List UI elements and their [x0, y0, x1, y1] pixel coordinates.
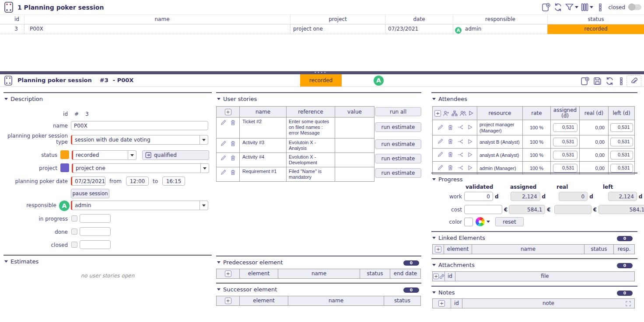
delete-icon[interactable]: [230, 120, 236, 125]
qualified-button[interactable]: qualified: [142, 150, 209, 160]
closed-checkbox[interactable]: [71, 242, 77, 248]
list-header-date[interactable]: date: [385, 14, 453, 24]
collapse-icon[interactable]: [4, 260, 8, 263]
list-header-status[interactable]: status: [547, 14, 644, 24]
run-estimate-button[interactable]: run estimate: [375, 122, 421, 132]
name-field[interactable]: P00X: [71, 121, 208, 130]
list-header-responsible[interactable]: responsible: [453, 14, 547, 24]
left-field[interactable]: 0,531: [610, 164, 633, 173]
collapse-icon[interactable]: [432, 264, 436, 266]
delete-icon[interactable]: [448, 125, 453, 130]
row-date[interactable]: 07/23/2021: [385, 24, 453, 34]
add-icon[interactable]: +: [225, 298, 231, 304]
panel-splitter[interactable]: ••••: [0, 71, 644, 74]
run-icon[interactable]: [468, 139, 472, 144]
delete-icon[interactable]: [230, 155, 236, 161]
expand-icon[interactable]: [626, 301, 631, 306]
collapse-icon[interactable]: [432, 291, 436, 294]
left-field[interactable]: 0,531: [610, 151, 633, 159]
row-project[interactable]: project one: [290, 24, 385, 34]
collapse-icon[interactable]: [432, 237, 436, 239]
detach-icon[interactable]: [458, 125, 463, 130]
left-field[interactable]: 0,531: [610, 138, 633, 146]
edit-icon[interactable]: [438, 138, 443, 144]
collapse-icon[interactable]: [432, 178, 436, 180]
kebab-menu-icon[interactable]: [620, 77, 623, 85]
edit-icon[interactable]: [438, 152, 443, 157]
add-icon[interactable]: [581, 76, 590, 86]
collapse-icon[interactable]: [217, 288, 220, 291]
done-checkbox[interactable]: [71, 229, 77, 235]
assigned-field[interactable]: 0,531: [553, 164, 578, 173]
add-icon[interactable]: +: [435, 246, 441, 253]
edit-icon[interactable]: [220, 120, 226, 125]
color-wheel-icon[interactable]: [476, 217, 485, 226]
list-header-name[interactable]: name: [24, 14, 290, 24]
add-icon[interactable]: +: [438, 300, 445, 307]
collapse-icon[interactable]: [4, 98, 8, 100]
link-icon[interactable]: [439, 274, 444, 279]
save-icon[interactable]: [593, 77, 602, 85]
row-responsible[interactable]: A admin: [453, 24, 547, 34]
add-team-icon[interactable]: [443, 111, 449, 116]
in-progress-checkbox[interactable]: [71, 215, 77, 222]
add-session-icon[interactable]: [542, 3, 551, 12]
run-all-button[interactable]: run all: [375, 107, 421, 116]
run-estimate-button[interactable]: run estimate: [375, 139, 421, 149]
collapse-icon[interactable]: [432, 98, 436, 100]
row-name[interactable]: P00X: [24, 24, 290, 34]
left-field[interactable]: 0,531: [610, 123, 633, 132]
row-id[interactable]: 3: [0, 24, 24, 34]
add-icon[interactable]: +: [433, 274, 439, 279]
edit-icon[interactable]: [220, 155, 226, 161]
in-progress-date-field[interactable]: [80, 214, 111, 223]
closed-toggle[interactable]: [629, 4, 641, 10]
delete-icon[interactable]: [230, 170, 236, 175]
date-field[interactable]: 07/23/2021: [71, 177, 105, 186]
delete-icon[interactable]: [448, 152, 453, 157]
assigned-field[interactable]: 0,531: [553, 138, 578, 146]
project-select[interactable]: project one: [72, 163, 209, 173]
attachment-dropzone[interactable]: [626, 75, 641, 87]
refresh-icon[interactable]: [553, 3, 563, 12]
add-icon[interactable]: +: [225, 109, 231, 115]
collapse-icon[interactable]: [217, 98, 220, 100]
detach-icon[interactable]: [458, 152, 463, 157]
edit-icon[interactable]: [438, 165, 443, 170]
detach-icon[interactable]: [458, 139, 463, 144]
color-swatch-field[interactable]: [464, 218, 473, 226]
done-date-field[interactable]: [80, 227, 111, 236]
type-select[interactable]: session with due date voting: [71, 135, 208, 145]
add-icon[interactable]: +: [225, 270, 231, 277]
run-icon[interactable]: [468, 152, 472, 157]
edit-icon[interactable]: [220, 170, 226, 175]
run-icon[interactable]: [469, 111, 473, 116]
assigned-field[interactable]: 0,531: [553, 123, 578, 132]
collapse-icon[interactable]: [217, 261, 220, 263]
edit-icon[interactable]: [438, 125, 443, 130]
status-select[interactable]: recorded: [72, 150, 136, 160]
from-time-field[interactable]: 12:00: [126, 177, 149, 186]
add-attendee-icon[interactable]: +: [434, 110, 441, 117]
filter-icon[interactable]: [565, 3, 578, 11]
delete-icon[interactable]: [448, 165, 453, 170]
detach-icon[interactable]: [458, 165, 463, 170]
list-header-project[interactable]: project: [290, 14, 385, 24]
group-icon[interactable]: [460, 111, 466, 116]
chevron-down-icon[interactable]: [486, 221, 490, 223]
pause-session-button[interactable]: pause session: [71, 189, 109, 198]
row-status[interactable]: recorded: [547, 24, 644, 34]
work-validated-field[interactable]: 0: [464, 192, 493, 201]
run-estimate-button[interactable]: run estimate: [375, 154, 421, 163]
kebab-menu-icon[interactable]: [598, 3, 602, 11]
list-header-id[interactable]: id: [0, 14, 24, 24]
refresh-icon[interactable]: [605, 76, 614, 86]
assigned-field[interactable]: 0,531: [553, 151, 578, 159]
delete-icon[interactable]: [448, 138, 453, 144]
run-estimate-button[interactable]: run estimate: [375, 168, 421, 178]
to-time-field[interactable]: 16:15: [162, 177, 185, 186]
org-chart-icon[interactable]: [452, 111, 458, 116]
columns-icon[interactable]: [581, 3, 593, 11]
reset-color-button[interactable]: reset: [495, 217, 524, 226]
delete-icon[interactable]: [230, 141, 236, 146]
